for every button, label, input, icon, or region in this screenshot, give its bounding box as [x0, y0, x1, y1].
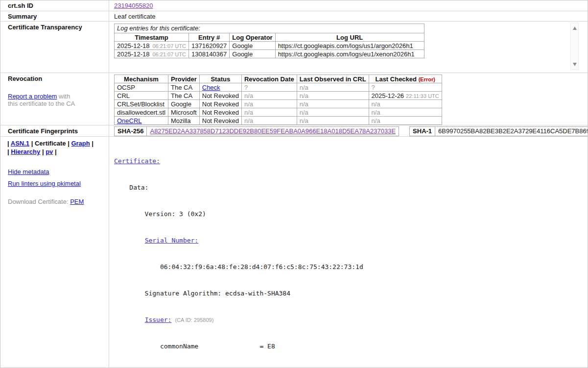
revocation-header-row: Mechanism Provider Status Revocation Dat… [115, 75, 442, 83]
ct-log-entry: 1308140367 [188, 50, 229, 58]
summary-value: Leaf certificate [114, 13, 156, 20]
summary-value-cell: Leaf certificate [109, 11, 588, 21]
nav-certificate-current: Certificate [35, 140, 66, 147]
certificate-nav-cell: | ASN.1 | Certificate | Graph | | Hierar… [0, 137, 109, 368]
row-certificate-fingerprints: Certificate Fingerprints SHA-256 A8275ED… [0, 125, 588, 137]
ct-log-row: 2025-12-1806:21:07 UTC 1371620927 Google… [115, 42, 424, 50]
crtsh-id-label-cell: crt.sh ID [0, 0, 109, 11]
revocation-row-crl: CRL The CA Not Revoked n/a n/a 2025-12-2… [115, 92, 442, 100]
download-pem-link[interactable]: PEM [70, 198, 84, 205]
fingerprints-value-cell: SHA-256 A8275ED2AA337858D7123DDE92B80EE5… [109, 125, 588, 136]
rev-mechanism: OCSP [115, 83, 168, 92]
ct-log-entry: 1371620927 [188, 42, 229, 50]
certificate-text: Certificate: Data: Version: 3 (0x2) Seri… [114, 139, 588, 368]
rev-provider: The CA [168, 92, 200, 100]
fingerprints-label: Certificate Fingerprints [8, 127, 78, 135]
hide-metadata-link[interactable]: Hide metadata [8, 168, 49, 175]
rev-last-checked-date: 2025-12-26 [372, 92, 404, 99]
ct-log-date: 2025-12-18 [117, 50, 150, 58]
view-nav: | ASN.1 | Certificate | Graph | | Hierar… [7, 139, 106, 156]
view-nav-line2: | Hierarchy | pv | [7, 147, 106, 156]
rev-last-checked: ? [369, 83, 442, 92]
scroll-down-arrow-icon[interactable] [573, 63, 577, 66]
revocation-value-cell: Mechanism Provider Status Revocation Dat… [109, 73, 588, 125]
rev-last-checked-time: 22:11:33 UTC [406, 93, 439, 99]
rev-revocation-date: n/a [241, 92, 297, 100]
report-problem-text2: this certificate to the CA [8, 100, 75, 107]
ct-label-cell: Certificate Transparency [0, 22, 109, 73]
certificate-link[interactable]: Certificate: [114, 157, 160, 165]
rev-col-mechanism: Mechanism [115, 75, 168, 83]
rev-provider: Mozilla [168, 117, 200, 125]
revocation-label-cell: Revocation Report a problem with this ce… [0, 73, 109, 125]
ct-log-operator: Google [230, 42, 275, 50]
fingerprints-label-cell: Certificate Fingerprints [0, 125, 109, 136]
row-revocation: Revocation Report a problem with this ce… [0, 73, 588, 125]
revocation-label: Revocation [8, 75, 42, 82]
nav-hierarchy-link[interactable]: Hierarchy [11, 148, 40, 155]
ct-log-url: https://ct.googleapis.com/logs/eu1/xenon… [275, 50, 424, 58]
ct-log-time: 06:21:07 UTC [153, 51, 186, 57]
ct-log-row: 2025-12-1806:21:07 UTC 1308140367 Google… [115, 50, 424, 58]
nav-graph-link[interactable]: Graph [71, 140, 90, 147]
rev-col-last-checked: Last Checked [375, 75, 417, 83]
nav-separator: | [68, 140, 70, 147]
rev-revocation-date: ? [241, 83, 297, 92]
crtsh-id-link[interactable]: 23194055820 [114, 2, 153, 9]
rev-status: Not Revoked [199, 92, 241, 100]
nav-asn1-link[interactable]: ASN.1 [11, 140, 29, 147]
report-problem-text1: with [57, 93, 70, 100]
cert-issuer-common-name: commonName = E8 [114, 342, 588, 351]
rev-last-observed: n/a [297, 83, 369, 92]
rev-last-observed: n/a [297, 100, 369, 108]
scroll-up-arrow-icon[interactable] [573, 26, 577, 30]
run-linters-link[interactable]: Run linters using pkimetal [8, 180, 81, 187]
sha1-fingerprint: SHA-1 6B9970255BA82BE3B2E2A3729E4116CA5D… [409, 126, 588, 136]
ocsp-check-link[interactable]: Check [202, 84, 220, 91]
rev-col-last-observed: Last Observed in CRL [297, 75, 369, 83]
rev-provider: Google [168, 100, 200, 108]
revocation-row-crlset: CRLSet/Blocklist Google Not Revoked n/a … [115, 100, 442, 108]
rev-status: Not Revoked [199, 117, 241, 125]
revocation-table: Mechanism Provider Status Revocation Dat… [114, 74, 442, 125]
cert-serial-value: 06:04:32:f9:6a:48:fe:28:d4:07:f6:c5:8c:7… [114, 263, 588, 271]
ct-log-time: 06:21:07 UTC [153, 43, 186, 49]
rev-last-observed: n/a [297, 92, 369, 100]
sha1-label: SHA-1 [409, 126, 435, 136]
nav-pv-link[interactable]: pv [46, 148, 53, 155]
report-problem-note: Report a problem with this certificate t… [8, 93, 106, 107]
rev-last-observed: n/a [297, 108, 369, 117]
ct-scrollbar[interactable] [570, 23, 579, 70]
rev-mechanism: CRL [115, 92, 168, 100]
rev-col-status: Status [199, 75, 241, 83]
nav-separator: | [92, 140, 94, 147]
view-nav-line1: | ASN.1 | Certificate | Graph | [7, 139, 106, 147]
cert-version-line: Version: 3 (0x2) [114, 210, 588, 219]
row-crtsh-id: crt.sh ID 23194055820 [0, 0, 588, 11]
report-problem-link[interactable]: Report a problem [8, 93, 57, 100]
cert-data-line: Data: [114, 183, 588, 192]
rev-col-revocation-date: Revocation Date [241, 75, 297, 83]
rev-provider: Microsoft [168, 108, 200, 117]
rev-last-checked: n/a [369, 108, 442, 117]
rev-revocation-date: n/a [241, 100, 297, 108]
onecrl-link[interactable]: OneCRL [117, 117, 142, 124]
serial-number-link[interactable]: Serial Number: [145, 237, 199, 244]
rev-status: Not Revoked [199, 108, 241, 117]
sha256-fingerprint: SHA-256 A8275ED2AA337858D7123DDE92B80EE5… [114, 126, 399, 136]
crtsh-id-value-cell: 23194055820 [109, 0, 588, 11]
cert-signature-algorithm-line: Signature Algorithm: ecdsa-with-SHA384 [114, 289, 588, 298]
nav-separator: | [7, 140, 9, 147]
sha256-label: SHA-256 [114, 126, 146, 136]
ct-log-operator: Google [230, 50, 275, 58]
ct-log-box: Log entries for this certificate: Timest… [114, 24, 424, 58]
nav-separator: | [7, 148, 9, 155]
rev-last-checked: n/a [369, 100, 442, 108]
nav-separator: | [31, 140, 33, 147]
issuer-link[interactable]: Issuer: [145, 316, 172, 323]
sha256-link[interactable]: A8275ED2AA337858D7123DDE92B80EE59FEABA0A… [150, 127, 396, 135]
ct-log-date: 2025-12-18 [117, 42, 150, 49]
ct-col-timestamp: Timestamp [115, 33, 189, 42]
download-certificate-label: Download Certificate: [8, 198, 70, 205]
ct-col-url: Log URL [275, 33, 424, 42]
